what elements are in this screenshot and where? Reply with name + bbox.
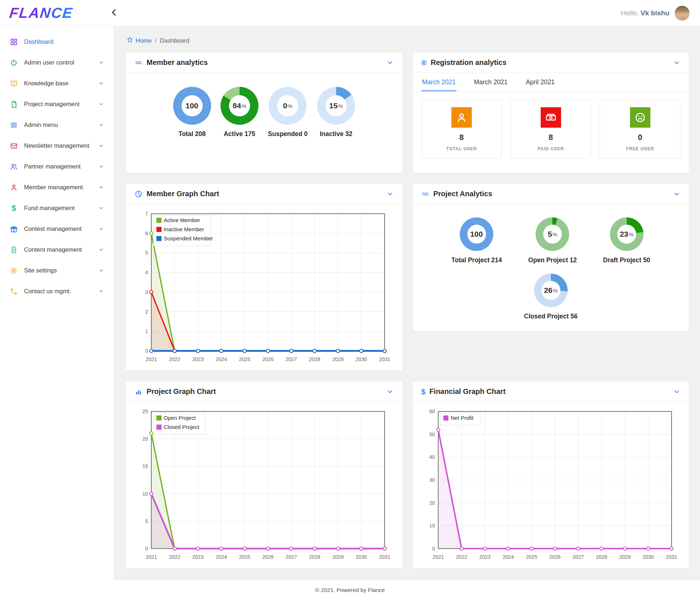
tab-april-2021[interactable]: April 2021 <box>525 73 555 91</box>
sidebar-collapse-button[interactable] <box>109 8 119 18</box>
sidebar-item-contact-us[interactable]: Contact us mgmt. <box>0 281 113 302</box>
stat-label: TOTAL USER <box>446 146 477 151</box>
chevron-down-icon[interactable] <box>386 59 394 66</box>
sidebar-item-member-management[interactable]: Member management <box>0 177 113 198</box>
sidebar-item-fund-management[interactable]: $ Fund management <box>0 198 113 218</box>
donut-value: 0 <box>283 101 287 110</box>
sad-face-icon <box>630 107 650 128</box>
svg-text:2024: 2024 <box>502 554 514 560</box>
chevron-down-icon <box>98 164 104 169</box>
donut-active-members: 84% Active 175 <box>221 87 258 138</box>
waves-icon <box>421 190 429 198</box>
project-graph-card: Project Graph Chart 05101520252021202220… <box>126 382 402 568</box>
donut-closed-project: 26% Closed Project 56 <box>524 274 578 320</box>
sidebar-item-dashboard[interactable]: Dashboard <box>0 31 113 52</box>
chevron-down-icon <box>98 185 104 190</box>
svg-text:1: 1 <box>145 328 148 334</box>
donut-chart: 0% <box>269 87 307 125</box>
svg-text:2021: 2021 <box>145 554 157 560</box>
chevron-down-icon[interactable] <box>386 388 394 395</box>
sidebar-item-project-management[interactable]: Project management <box>0 94 113 115</box>
member-analytics-card: Member analytics 100 Total 208 84% <box>126 53 402 173</box>
card-title: Project Graph Chart <box>147 387 216 396</box>
sidebar-item-admin-user-control[interactable]: Admin user control <box>0 52 113 73</box>
card-header: Project Analytics <box>413 184 689 204</box>
svg-text:2028: 2028 <box>309 554 320 560</box>
card-title: Member Graph Chart <box>147 190 219 198</box>
svg-text:2024: 2024 <box>215 554 227 560</box>
donut-value: 84 <box>233 101 241 110</box>
chevron-down-icon[interactable] <box>386 190 394 198</box>
svg-text:2026: 2026 <box>262 554 273 560</box>
card-header: Member analytics <box>126 53 402 73</box>
donut-unit: % <box>552 231 557 237</box>
breadcrumb: Home / Dashboard <box>127 36 689 44</box>
sidebar-item-contest-management[interactable]: Contest management <box>0 218 113 239</box>
sidebar-item-admin-menu[interactable]: Admin menu <box>0 115 113 135</box>
svg-text:2027: 2027 <box>285 554 297 560</box>
tab-march-2021-b[interactable]: March 2021 <box>473 73 508 91</box>
donut-label: Inactive 32 <box>320 130 353 138</box>
svg-text:7: 7 <box>145 211 148 217</box>
svg-text:0: 0 <box>145 546 148 551</box>
svg-text:2030: 2030 <box>642 554 654 560</box>
card-header: Member Graph Chart <box>126 184 402 204</box>
donut-label: Total 208 <box>178 130 206 138</box>
donut-unit: % <box>553 287 557 294</box>
svg-text:2025: 2025 <box>526 554 537 560</box>
breadcrumb-home-label: Home <box>136 37 152 44</box>
sidebar-item-knowledge-base[interactable]: Knowledge base <box>0 73 113 94</box>
chevron-down-icon[interactable] <box>673 190 680 198</box>
svg-text:2026: 2026 <box>262 356 273 362</box>
svg-text:15: 15 <box>142 463 148 469</box>
stat-label: PAID USER <box>537 146 564 151</box>
svg-text:2031: 2031 <box>379 554 390 560</box>
financial-graph-card: $ Financial Graph Chart 0102030405060202… <box>413 382 689 568</box>
sidebar-item-content-management[interactable]: Content management <box>0 239 113 260</box>
donut-open-project: 5% Open Project 12 <box>528 217 577 264</box>
cash-icon <box>541 107 561 128</box>
stat-value: 8 <box>459 133 464 142</box>
card-title: Financial Graph Chart <box>429 387 506 396</box>
gift-icon <box>9 225 18 233</box>
chevron-left-icon <box>109 8 119 18</box>
sidebar-item-site-settings[interactable]: Site settings <box>0 260 113 281</box>
chevron-down-icon[interactable] <box>673 59 680 66</box>
tab-march-2021-a[interactable]: March 2021 <box>421 73 456 91</box>
svg-text:40: 40 <box>429 454 435 460</box>
project-graph-chart: 0510152025202120222023202420252026202720… <box>135 406 392 564</box>
donut-value: 100 <box>186 101 198 110</box>
app-header: FLANCE Hello, Vk bishu <box>0 0 700 26</box>
chevron-down-icon <box>98 60 104 65</box>
donut-label: Draft Project 50 <box>603 256 650 264</box>
sidebar-item-newsletter-management[interactable]: Newsletter management <box>0 135 113 156</box>
svg-text:50: 50 <box>429 431 435 437</box>
svg-text:2022: 2022 <box>456 554 467 560</box>
chevron-down-icon[interactable] <box>673 388 680 395</box>
donut-total-project: 100 Total Project 214 <box>451 217 502 264</box>
breadcrumb-home-link[interactable]: Home <box>127 36 152 44</box>
svg-text:4: 4 <box>145 270 148 275</box>
sidebar-item-label: Content management <box>24 246 82 253</box>
donut-draft-project: 23% Draft Project 50 <box>603 217 650 264</box>
sidebar-item-label: Contest management <box>24 225 82 232</box>
envelope-icon <box>9 142 18 150</box>
people-icon <box>9 162 18 171</box>
registered-icon: ® <box>421 59 427 66</box>
svg-text:10: 10 <box>142 491 148 497</box>
donut-inactive-members: 15% Inactive 32 <box>317 87 355 138</box>
sidebar-item-label: Member management <box>24 184 83 191</box>
donut-total-members: 100 Total 208 <box>173 87 211 138</box>
chevron-down-icon <box>98 205 104 211</box>
svg-text:3: 3 <box>145 289 148 295</box>
svg-text:25: 25 <box>142 409 148 414</box>
grid-icon <box>9 38 18 46</box>
svg-text:2022: 2022 <box>169 356 180 362</box>
stat-total-user: 8 TOTAL USER <box>421 100 502 158</box>
sidebar-item-partner-management[interactable]: Partner management <box>0 156 113 177</box>
svg-text:Open Project: Open Project <box>164 415 196 421</box>
donut-value: 100 <box>470 230 483 239</box>
sidebar-item-label: Newsletter management <box>24 142 89 149</box>
svg-text:2025: 2025 <box>239 554 250 560</box>
avatar[interactable] <box>674 5 690 21</box>
